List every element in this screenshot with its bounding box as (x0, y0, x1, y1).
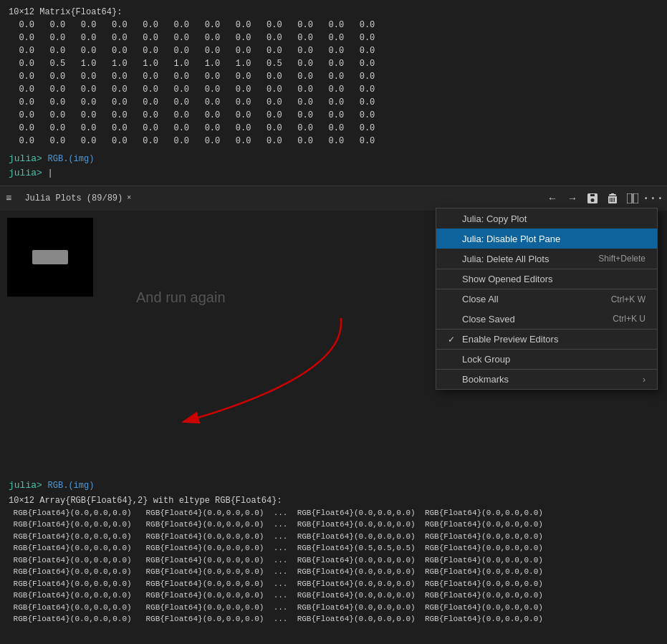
menu-item-delete-all-plots[interactable]: Julia: Delete All PlotsShift+Delete (436, 249, 657, 269)
tab-close-button[interactable]: × (127, 194, 131, 202)
menu-item-enable-preview-editors[interactable]: ✓Enable Preview Editors (436, 329, 657, 349)
delete-button[interactable] (604, 190, 621, 207)
menu-item-label: Lock Group (462, 354, 646, 365)
matrix-row: 0.0 0.0 0.0 0.0 0.0 0.0 0.0 0.0 0.0 0.0 … (9, 135, 658, 148)
forward-button[interactable]: → (564, 190, 581, 207)
plot-panel (0, 211, 100, 304)
back-button[interactable]: ← (544, 190, 561, 207)
matrix-row: 0.0 0.0 0.0 0.0 0.0 0.0 0.0 0.0 0.0 0.0 … (9, 32, 658, 44)
menu-item-disable-plot-pane[interactable]: Julia: Disable Plot Pane (436, 229, 657, 249)
rgb-rows: RGB{Float64}(0.0,0.0,0.0) RGB{Float64}(0… (9, 507, 658, 625)
bottom-julia-prompt: julia> (9, 480, 48, 491)
save-button[interactable] (584, 190, 601, 207)
array-header: 10×12 Array{RGB{Float64},2} with eltype … (9, 494, 658, 507)
rgb-row: RGB{Float64}(0.0,0.0,0.0) RGB{Float64}(0… (9, 507, 658, 519)
more-button[interactable]: ··· (644, 190, 661, 207)
bottom-julia-code: RGB.(img) (48, 481, 95, 491)
matrix-header: 10×12 Matrix{Float64}: (9, 6, 658, 19)
panel-tabbar: ≡ Julia Plots (89/89) × ← → ··· (0, 186, 667, 211)
plot-image (32, 250, 68, 264)
matrix-row: 0.0 0.0 0.0 0.0 0.0 0.0 0.0 0.0 0.0 0.0 … (9, 19, 658, 32)
menu-item-close-saved[interactable]: Close SavedCtrl+K U (436, 309, 657, 329)
rgb-row: RGB{Float64}(0.0,0.0,0.0) RGB{Float64}(0… (9, 554, 658, 567)
menu-item-label: Julia: Disable Plot Pane (462, 234, 646, 244)
matrix-output: 0.0 0.0 0.0 0.0 0.0 0.0 0.0 0.0 0.0 0.0 … (9, 19, 658, 148)
rgb-row: RGB{Float64}(0.0,0.0,0.0) RGB{Float64}(0… (9, 613, 658, 625)
top-terminal: 10×12 Matrix{Float64}: 0.0 0.0 0.0 0.0 0… (0, 0, 667, 186)
panel-tab-actions: ← → ··· (544, 190, 667, 207)
svg-rect-0 (627, 193, 632, 203)
matrix-row: 0.0 0.0 0.0 0.0 0.0 0.0 0.0 0.0 0.0 0.0 … (9, 122, 658, 135)
menu-item-close-all[interactable]: Close AllCtrl+K W (436, 289, 657, 309)
rgb-row: RGB{Float64}(0.0,0.0,0.0) RGB{Float64}(0… (9, 566, 658, 578)
menu-item-label: Close Saved (462, 314, 598, 325)
menu-item-label: Enable Preview Editors (462, 334, 646, 345)
rgb-row: RGB{Float64}(0.0,0.0,0.0) RGB{Float64}(0… (9, 578, 658, 590)
rgb-row: RGB{Float64}(0.0,0.0,0.0) RGB{Float64}(0… (9, 519, 658, 531)
menu-item-label: Bookmarks (462, 374, 643, 385)
julia-prompt-2: julia> (9, 168, 48, 178)
menu-shortcut: Ctrl+K U (613, 314, 646, 324)
menu-check-icon: ✓ (448, 335, 458, 345)
matrix-row: 0.0 0.0 0.0 0.0 0.0 0.0 0.0 0.0 0.0 0.0 … (9, 83, 658, 96)
plot-thumbnail (7, 218, 93, 297)
rgb-row: RGB{Float64}(0.0,0.0,0.0) RGB{Float64}(0… (9, 531, 658, 543)
menu-item-label: Show Opened Editors (462, 274, 646, 284)
menu-item-show-opened-editors[interactable]: Show Opened Editors (436, 269, 657, 289)
tab-label: Julia Plots (89/89) (24, 193, 123, 203)
menu-item-lock-group[interactable]: Lock Group (436, 349, 657, 369)
menu-item-bookmarks[interactable]: Bookmarks› (436, 369, 657, 389)
rgb-row: RGB{Float64}(0.0,0.0,0.0) RGB{Float64}(0… (9, 590, 658, 602)
matrix-row: 0.0 0.5 1.0 1.0 1.0 1.0 1.0 1.0 0.5 0.0 … (9, 57, 658, 70)
panel-menu-icon[interactable]: ≡ (6, 193, 11, 204)
cursor: | (48, 168, 53, 178)
matrix-row: 0.0 0.0 0.0 0.0 0.0 0.0 0.0 0.0 0.0 0.0 … (9, 109, 658, 122)
menu-shortcut: Shift+Delete (598, 254, 646, 264)
annotation-label: And run again (136, 289, 226, 306)
menu-item-label: Close All (462, 294, 597, 304)
menu-item-copy-plot[interactable]: Julia: Copy Plot (436, 208, 657, 229)
julia-prompt-1: julia> (9, 153, 48, 164)
menu-item-label: Julia: Copy Plot (462, 213, 646, 224)
rgb-row: RGB{Float64}(0.0,0.0,0.0) RGB{Float64}(0… (9, 602, 658, 614)
matrix-row: 0.0 0.0 0.0 0.0 0.0 0.0 0.0 0.0 0.0 0.0 … (9, 70, 658, 83)
matrix-row: 0.0 0.0 0.0 0.0 0.0 0.0 0.0 0.0 0.0 0.0 … (9, 44, 658, 57)
annotation-text: And run again (136, 289, 226, 305)
menu-item-label: Julia: Delete All Plots (462, 254, 584, 264)
context-menu: Julia: Copy PlotJulia: Disable Plot Pane… (436, 208, 658, 390)
svg-rect-1 (633, 193, 638, 203)
rgb-row: RGB{Float64}(0.0,0.0,0.0) RGB{Float64}(0… (9, 542, 658, 554)
julia-code-1: RGB.(img) (48, 154, 95, 164)
split-button[interactable] (624, 190, 641, 207)
matrix-row: 0.0 0.0 0.0 0.0 0.0 0.0 0.0 0.0 0.0 0.0 … (9, 96, 658, 109)
submenu-arrow-icon: › (643, 375, 646, 385)
menu-shortcut: Ctrl+K W (611, 294, 646, 304)
julia-plots-tab[interactable]: Julia Plots (89/89) × (16, 186, 140, 211)
bottom-terminal: julia> RGB.(img) 10×12 Array{RGB{Float64… (0, 473, 667, 644)
